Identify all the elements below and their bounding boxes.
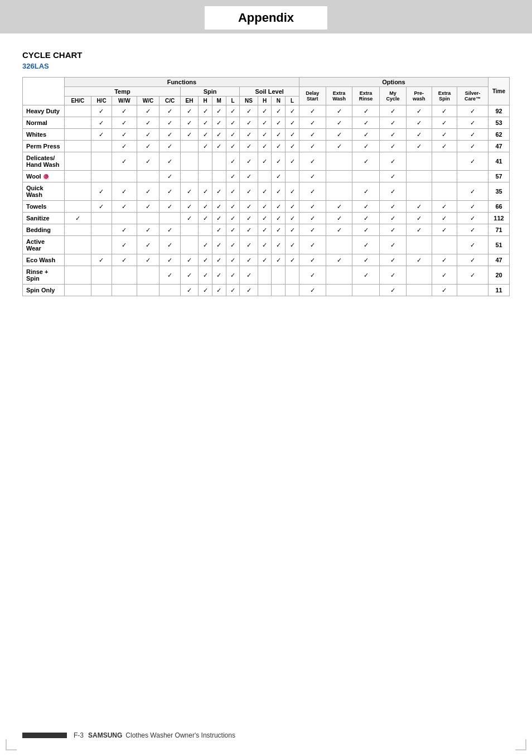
cell-10-0 [65, 236, 91, 254]
cell-7-20: 66 [489, 201, 510, 213]
cell-13-8: ✓ [226, 285, 240, 296]
cell-0-20: 92 [489, 105, 510, 117]
cell-9-16: ✓ [379, 224, 406, 236]
cell-9-9: ✓ [240, 224, 258, 236]
cell-11-14: ✓ [326, 254, 352, 266]
cell-12-5: ✓ [180, 266, 198, 285]
cell-2-15: ✓ [352, 129, 380, 141]
spin-header: Spin [180, 87, 240, 97]
temp-header: Temp [65, 87, 181, 97]
cell-3-12: ✓ [286, 141, 299, 152]
cell-8-9: ✓ [240, 213, 258, 224]
cell-4-20: 41 [489, 152, 510, 171]
cell-8-10: ✓ [258, 213, 272, 224]
cell-8-7: ✓ [212, 213, 226, 224]
table-row: Heavy Duty✓✓✓✓✓✓✓✓✓✓✓✓✓✓✓✓✓✓✓92 [23, 105, 510, 117]
cell-3-17: ✓ [406, 141, 432, 152]
cell-12-18: ✓ [432, 266, 457, 285]
cell-2-2: ✓ [112, 129, 137, 141]
cell-10-16: ✓ [379, 236, 406, 254]
cell-11-0 [65, 254, 91, 266]
cell-1-14: ✓ [326, 117, 352, 129]
row-label-2: Whites [23, 129, 65, 141]
col-n-soil: N [272, 97, 286, 105]
cell-2-7: ✓ [212, 129, 226, 141]
pre-wash-header: Pre-wash [406, 87, 432, 105]
row-label-13: Spin Only [23, 285, 65, 296]
cell-6-3: ✓ [137, 182, 159, 201]
cell-7-19: ✓ [457, 201, 489, 213]
cell-11-4: ✓ [159, 254, 180, 266]
cell-6-17 [406, 182, 432, 201]
cell-11-8: ✓ [226, 254, 240, 266]
cell-8-8: ✓ [226, 213, 240, 224]
cell-1-5: ✓ [180, 117, 198, 129]
extra-wash-header: ExtraWash [326, 87, 352, 105]
col-h-soil: H [258, 97, 272, 105]
cell-2-0 [65, 129, 91, 141]
cell-9-15: ✓ [352, 224, 380, 236]
cell-0-1: ✓ [91, 105, 112, 117]
cell-13-20: 11 [489, 285, 510, 296]
cell-11-17: ✓ [406, 254, 432, 266]
cell-1-3: ✓ [137, 117, 159, 129]
cell-7-6: ✓ [199, 201, 212, 213]
cell-9-20: 71 [489, 224, 510, 236]
cell-7-14: ✓ [326, 201, 352, 213]
row-label-1: Normal [23, 117, 65, 129]
cell-3-1 [91, 141, 112, 152]
cell-1-19: ✓ [457, 117, 489, 129]
cell-6-14 [326, 182, 352, 201]
cell-11-13: ✓ [299, 254, 326, 266]
cell-3-0 [65, 141, 91, 152]
cell-7-12: ✓ [286, 201, 299, 213]
cell-3-9: ✓ [240, 141, 258, 152]
cell-3-2: ✓ [112, 141, 137, 152]
cell-11-18: ✓ [432, 254, 457, 266]
cell-0-2: ✓ [112, 105, 137, 117]
cell-11-12: ✓ [286, 254, 299, 266]
table-row: Quick Wash✓✓✓✓✓✓✓✓✓✓✓✓✓✓✓✓35 [23, 182, 510, 201]
cell-12-9: ✓ [240, 266, 258, 285]
cell-1-16: ✓ [379, 117, 406, 129]
table-row: Whites✓✓✓✓✓✓✓✓✓✓✓✓✓✓✓✓✓✓✓62 [23, 129, 510, 141]
cell-6-0 [65, 182, 91, 201]
cell-7-3: ✓ [137, 201, 159, 213]
cell-9-7: ✓ [212, 224, 226, 236]
cell-8-15: ✓ [352, 213, 380, 224]
cell-7-2: ✓ [112, 201, 137, 213]
cell-4-11: ✓ [272, 152, 286, 171]
cell-0-11: ✓ [272, 105, 286, 117]
col-ehc: EH/C [65, 97, 91, 105]
col-hc: H/C [91, 97, 112, 105]
cell-5-14 [326, 171, 352, 182]
corner-mark-br [515, 739, 526, 750]
section-title: CYCLE CHART [22, 50, 510, 60]
delay-start-header: DelayStart [299, 87, 326, 105]
silver-care-header: Silver-Care™ [457, 87, 489, 105]
cell-12-16: ✓ [379, 266, 406, 285]
cell-3-20: 47 [489, 141, 510, 152]
col-cc: C/C [159, 97, 180, 105]
cell-1-15: ✓ [352, 117, 380, 129]
cell-4-17 [406, 152, 432, 171]
cell-2-6: ✓ [199, 129, 212, 141]
cell-0-5: ✓ [180, 105, 198, 117]
cell-10-20: 51 [489, 236, 510, 254]
cell-2-10: ✓ [258, 129, 272, 141]
extra-rinse-header: ExtraRinse [352, 87, 380, 105]
table-row: Spin Only✓✓✓✓✓✓✓✓11 [23, 285, 510, 296]
cell-0-9: ✓ [240, 105, 258, 117]
cell-10-2: ✓ [112, 236, 137, 254]
table-row: Delicates/ Hand Wash✓✓✓✓✓✓✓✓✓✓✓✓41 [23, 152, 510, 171]
cell-10-10: ✓ [258, 236, 272, 254]
cell-6-5: ✓ [180, 182, 198, 201]
cell-7-16: ✓ [379, 201, 406, 213]
cell-12-1 [91, 266, 112, 285]
cell-5-13: ✓ [299, 171, 326, 182]
cell-8-13: ✓ [299, 213, 326, 224]
cell-13-9: ✓ [240, 285, 258, 296]
cell-13-14 [326, 285, 352, 296]
cell-11-16: ✓ [379, 254, 406, 266]
cell-13-11 [272, 285, 286, 296]
